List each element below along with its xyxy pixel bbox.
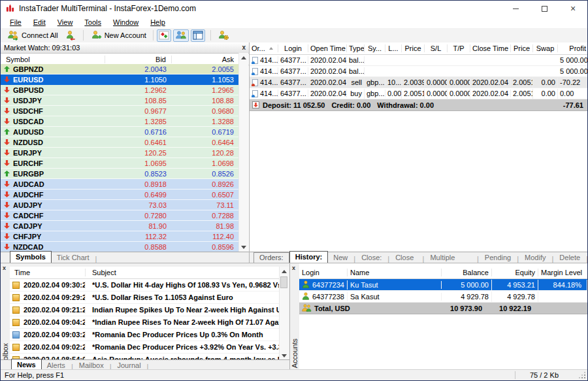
news-row[interactable]: 2020.02.04 09:03:23 *Romania Dec Produce…: [10, 329, 280, 341]
column-header-bid[interactable]: Bid: [105, 56, 172, 63]
accounts-header: Login Name Balance Equity Margin Level: [299, 267, 587, 279]
column-header-name[interactable]: Name: [348, 269, 442, 276]
tab-close-by[interactable]: Close By: [390, 253, 421, 263]
column-header-ask[interactable]: Ask: [172, 56, 239, 63]
column-header-subject[interactable]: Subject: [86, 269, 280, 276]
market-watch-row[interactable]: GBPUSD 1.2962 1.2965: [1, 85, 239, 95]
bid-value: 0.9677: [105, 107, 172, 115]
market-watch-row[interactable]: AUDCAD 0.8918 0.8926: [1, 179, 239, 190]
column-header-equity[interactable]: Equity: [492, 269, 538, 276]
account-settings-button[interactable]: [214, 29, 233, 42]
market-watch-row[interactable]: CADCHF 0.7280 0.7288: [1, 210, 239, 221]
market-watch-row[interactable]: AUDJPY 73.03 73.11: [1, 200, 239, 210]
tab-delete[interactable]: Delete: [554, 253, 585, 263]
market-watch-row[interactable]: EURGBP 0.8523 0.8526: [1, 169, 239, 179]
scroll-up-icon[interactable]: [282, 270, 287, 273]
resize-grip[interactable]: [584, 377, 585, 378]
scroll-thumb[interactable]: [280, 276, 287, 288]
order-row[interactable]: 414... 64377... 2020.02.04 ... sell gbp.…: [250, 77, 588, 88]
menu-item-file[interactable]: File: [4, 18, 27, 27]
tab-symbols[interactable]: Symbols: [10, 251, 52, 263]
market-watch-row[interactable]: AUDCHF 0.6499 0.6507: [1, 190, 239, 200]
account-row[interactable]: 64377238 Sa Kasut 4 929.78 4 929.78: [299, 291, 587, 303]
order-row[interactable]: 414... 64377... 2020.02.04 ... bal... 5 …: [250, 55, 588, 66]
market-watch-row[interactable]: USDJPY 108.85 108.88: [1, 95, 239, 106]
scroll-down-icon[interactable]: [241, 246, 246, 249]
column-header-margin-level[interactable]: Margin Level: [538, 269, 587, 276]
column-header-tp[interactable]: T/P: [448, 44, 470, 52]
column-header-close-price[interactable]: Price: [511, 44, 533, 52]
column-header-symbol[interactable]: Sy...: [365, 44, 385, 52]
market-watch-row[interactable]: GBPNZD 2.0043 2.0055: [1, 64, 239, 75]
tab-close[interactable]: Close: 1: [356, 253, 387, 263]
connect-all-button[interactable]: Connect All: [4, 29, 61, 42]
menu-item-window[interactable]: Window: [107, 18, 144, 27]
tab-orders[interactable]: Orders: 1: [253, 252, 289, 263]
news-row[interactable]: 2020.02.04 09:02:23 *Romania Dec Produce…: [10, 341, 280, 354]
tab-history[interactable]: History: 4: [289, 251, 329, 263]
new-account-button[interactable]: New Account: [87, 29, 150, 42]
column-header-open-time[interactable]: Open Time: [308, 44, 347, 52]
market-watch-row[interactable]: USDCHF 0.9677 0.9680: [1, 106, 239, 116]
menu-item-tools[interactable]: Tools: [78, 18, 107, 27]
toolbox-close-icon[interactable]: x: [3, 265, 6, 271]
tab-new[interactable]: New: [328, 253, 353, 263]
bid-value: 108.85: [105, 97, 172, 105]
column-header-type[interactable]: Type: [347, 44, 365, 52]
market-watch-row[interactable]: CHFJPY 112.32 112.40: [1, 231, 239, 242]
market-watch-row[interactable]: EURJPY 120.25 120.28: [1, 148, 239, 158]
column-header-order[interactable]: Or...: [250, 44, 278, 52]
scroll-up-icon[interactable]: [241, 56, 246, 59]
market-watch-close-icon[interactable]: x: [242, 44, 246, 51]
accounts-toggle-button[interactable]: [173, 29, 189, 42]
maximize-button[interactable]: [530, 1, 559, 16]
column-header-login[interactable]: Login: [299, 269, 348, 276]
account-name: Sa Kasut: [350, 293, 380, 301]
minimize-icon: [513, 8, 519, 9]
toolbox-toggle-button[interactable]: [191, 29, 205, 42]
status-help-text: For Help, press F1: [1, 371, 64, 379]
menu-item-help[interactable]: Help: [144, 18, 171, 27]
scroll-down-icon[interactable]: [282, 354, 287, 357]
column-header-lots[interactable]: L...: [385, 44, 402, 52]
news-row[interactable]: 2020.02.04 09:29:23 *U.S. Dollar Rises T…: [10, 291, 280, 304]
menu-item-view[interactable]: View: [52, 18, 79, 27]
order-row[interactable]: 414... 64377... 2020.02.04 ... bal... 5 …: [250, 66, 588, 77]
market-watch-row[interactable]: CADJPY 81.90 81.98: [1, 221, 239, 231]
news-row[interactable]: 2020.02.04 09:30:23 *U.S. Dollar Hit 4-d…: [10, 279, 280, 291]
news-scrollbar[interactable]: [279, 267, 289, 361]
tab-tick-chart[interactable]: Tick Chart: [52, 253, 95, 263]
column-header-login[interactable]: Login: [278, 44, 308, 52]
column-header-time[interactable]: Time: [10, 269, 86, 276]
disconnect-all-button[interactable]: [61, 29, 80, 42]
column-header-close-time[interactable]: Close Time: [470, 44, 511, 52]
column-header-price[interactable]: Price: [402, 44, 425, 52]
column-header-swap[interactable]: Swap: [533, 44, 558, 52]
column-header-balance[interactable]: Balance: [442, 269, 492, 276]
minimize-button[interactable]: [501, 1, 530, 16]
accounts-close-icon[interactable]: x: [292, 265, 295, 271]
order-row[interactable]: 414... 64377... 2020.02.04 ... buy gbp..…: [250, 88, 588, 99]
down-arrow-icon: [4, 212, 10, 218]
tab-pending[interactable]: Pending: [480, 253, 516, 263]
menu-bar: File Edit View Tools Window Help: [1, 16, 587, 29]
market-watch-row[interactable]: EURCHF 1.0695 1.0698: [1, 158, 239, 169]
tab-modify[interactable]: Modify: [519, 253, 551, 263]
column-header-sl[interactable]: S/L: [425, 44, 448, 52]
market-watch-scrollbar[interactable]: [238, 53, 248, 252]
menu-item-edit[interactable]: Edit: [27, 18, 52, 27]
close-button[interactable]: ×: [559, 1, 587, 16]
news-row[interactable]: 2020.02.04 09:04:23 *Indian Rupee Rises …: [10, 316, 280, 329]
market-watch-row[interactable]: USDCAD 1.3285 1.3288: [1, 116, 239, 127]
account-row-selected[interactable]: 64377234 Ku Tasut 5 000.00 4 953.21 844.…: [299, 279, 587, 291]
symbol-label: CADJPY: [13, 222, 42, 230]
tab-multiple-close-by[interactable]: Multiple Close By: [425, 253, 476, 263]
news-row[interactable]: 2020.02.04 09:21:23 Indian Rupee Spikes …: [10, 304, 280, 316]
column-header-profit[interactable]: Profit: [558, 44, 588, 54]
column-header-symbol[interactable]: Symbol: [1, 56, 105, 63]
market-watch-row[interactable]: AUDUSD 0.6716 0.6719: [1, 127, 239, 137]
market-watch-row-selected[interactable]: EURUSD 1.1050 1.1053: [1, 75, 239, 85]
market-watch-toggle-button[interactable]: [157, 29, 171, 42]
market-watch-row[interactable]: NZDUSD 0.6461 0.6464: [1, 137, 239, 148]
order-symbol: gbp...: [365, 90, 385, 97]
